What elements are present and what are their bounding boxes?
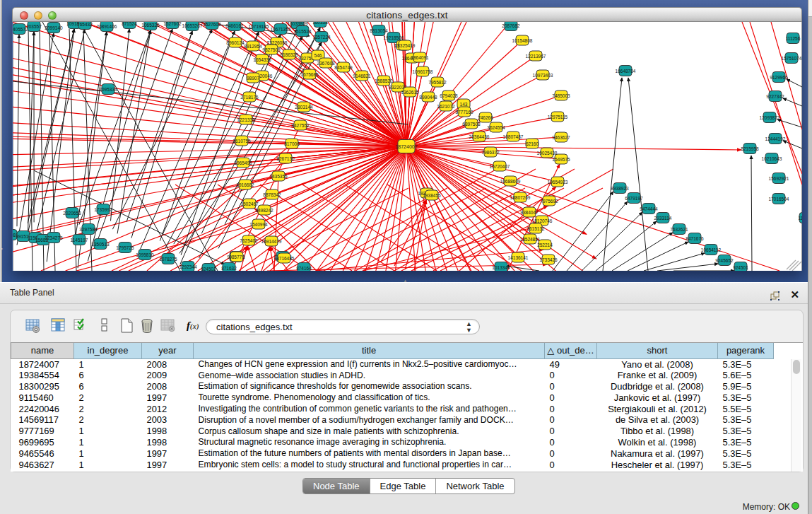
svg-text:1549575: 1549575 [552,157,570,162]
svg-text:6466161: 6466161 [225,23,244,28]
svg-text:19218506: 19218506 [384,35,404,40]
svg-text:10688609: 10688609 [500,179,521,184]
svg-text:62160: 62160 [526,141,539,146]
svg-text:1145197: 1145197 [71,238,88,243]
svg-text:16914479: 16914479 [261,239,282,244]
svg-text:7975692: 7975692 [540,199,558,204]
svg-text:1615132: 1615132 [526,226,545,231]
svg-text:871524: 871524 [122,22,137,26]
svg-text:765432: 765432 [77,22,93,27]
svg-text:10671355: 10671355 [271,27,291,32]
svg-text:111256: 111256 [786,36,801,41]
svg-text:8498242: 8498242 [255,208,273,213]
svg-text:20891406: 20891406 [97,24,117,29]
svg-text:20364436: 20364436 [469,134,490,139]
svg-text:9827509: 9827509 [262,47,281,52]
svg-text:12213967: 12213967 [526,54,546,59]
svg-text:1588520: 1588520 [375,78,393,83]
svg-text:9384047: 9384047 [520,210,539,215]
svg-text:10154808: 10154808 [512,38,533,43]
svg-text:203557: 203557 [26,24,42,29]
svg-text:7632621: 7632621 [670,227,688,232]
svg-text:8186328: 8186328 [280,52,298,57]
svg-text:9474444: 9474444 [640,206,658,211]
svg-text:9463627: 9463627 [552,135,570,140]
svg-text:8471676: 8471676 [686,236,704,241]
svg-text:12093872: 12093872 [760,115,780,120]
svg-text:23226058: 23226058 [267,40,288,45]
svg-text:8813054: 8813054 [370,28,388,33]
svg-text:10973403: 10973403 [533,73,553,78]
svg-text:16033809: 16033809 [288,22,308,26]
svg-text:12444192: 12444192 [765,136,786,141]
svg-text:924502: 924502 [201,267,216,271]
svg-text:1675685: 1675685 [300,72,319,77]
svg-text:15720407: 15720407 [490,164,510,169]
svg-text:1234275: 1234275 [45,235,63,240]
svg-text:817006: 817006 [284,141,300,146]
svg-text:2718176: 2718176 [240,95,259,100]
svg-text:1221338: 1221338 [237,117,255,122]
svg-text:1095810: 1095810 [136,252,154,257]
svg-text:2933114: 2933114 [654,216,672,221]
svg-text:98907: 98907 [247,76,259,81]
svg-text:19654923: 19654923 [548,180,568,185]
svg-text:16648784: 16648784 [616,69,636,74]
svg-text:1502467: 1502467 [240,201,259,206]
svg-text:546: 546 [314,53,322,58]
svg-text:1292344: 1292344 [179,264,197,269]
svg-text:2099140: 2099140 [45,25,63,30]
svg-text:6794028: 6794028 [440,93,458,98]
svg-text:13524851: 13524851 [520,237,541,242]
svg-text:13716485: 13716485 [274,256,295,261]
svg-text:13325419: 13325419 [395,43,416,48]
svg-text:8215958: 8215958 [741,146,759,151]
svg-text:6897508: 6897508 [462,122,481,127]
svg-text:6479197: 6479197 [625,196,643,201]
svg-text:874164: 874164 [296,266,312,271]
svg-text:7625402: 7625402 [240,238,258,243]
svg-text:1621072: 1621072 [437,104,455,109]
svg-text:8454749: 8454749 [334,65,353,70]
svg-text:924501: 924501 [733,265,748,270]
svg-text:116753: 116753 [798,216,802,221]
svg-text:10025438: 10025438 [537,151,558,156]
svg-text:1864091: 1864091 [411,55,429,60]
svg-text:1938455: 1938455 [423,193,441,198]
svg-text:12975115: 12975115 [548,115,568,119]
svg-text:2020653: 2020653 [63,211,81,216]
svg-text:8427552: 8427552 [291,123,310,128]
svg-text:18724007: 18724007 [395,144,417,149]
svg-text:1733426: 1733426 [539,257,558,262]
svg-text:9146821: 9146821 [353,74,371,78]
svg-text:7357224: 7357224 [312,35,331,40]
svg-text:871632: 871632 [221,266,237,271]
svg-text:14136141: 14136141 [508,255,529,260]
svg-text:1013344: 1013344 [492,265,510,270]
svg-text:1735992: 1735992 [94,207,112,212]
svg-text:1540994: 1540994 [249,222,268,227]
svg-text:2803144: 2803144 [295,105,313,110]
svg-text:8990448: 8990448 [419,95,437,100]
svg-text:3624554: 3624554 [487,125,505,130]
svg-text:160338: 160338 [312,22,328,25]
svg-text:1916682: 1916682 [236,182,254,187]
svg-text:9129966: 9129966 [770,75,788,80]
svg-text:1065326: 1065326 [141,23,160,28]
svg-text:9777169: 9777169 [455,110,473,115]
svg-text:10654112: 10654112 [701,247,722,252]
svg-text:1350513: 1350513 [91,242,110,247]
svg-text:3297586: 3297586 [79,227,98,232]
svg-text:8267130: 8267130 [276,156,295,161]
svg-text:1795725: 1795725 [116,245,134,250]
svg-text:7986372: 7986372 [481,150,500,155]
svg-text:746266: 746266 [478,115,493,120]
svg-text:1362615: 1362615 [401,90,419,95]
svg-text:10719185: 10719185 [249,24,269,29]
svg-text:18120746: 18120746 [532,218,553,223]
svg-text:1965498: 1965498 [234,160,252,165]
svg-text:17016504: 17016504 [769,197,789,201]
svg-text:8878342: 8878342 [263,192,281,197]
svg-text:1610755: 1610755 [233,139,251,144]
svg-text:985779: 985779 [229,255,245,259]
